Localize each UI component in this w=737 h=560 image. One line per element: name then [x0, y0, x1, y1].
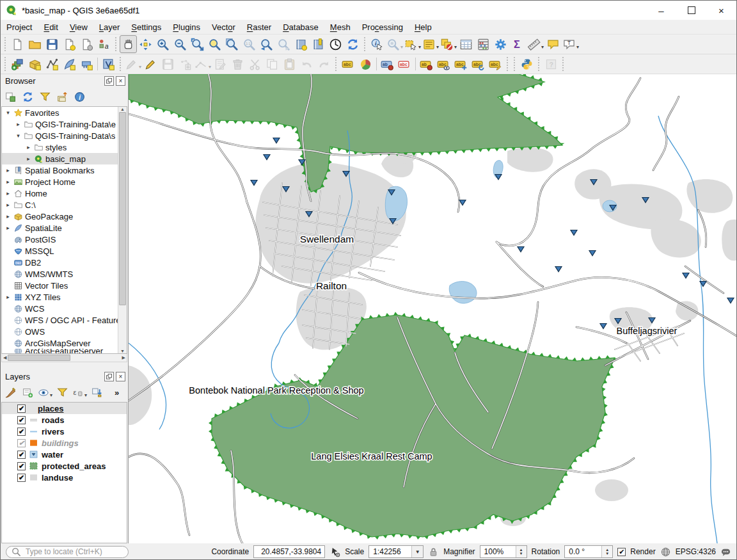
- lock-scale-icon[interactable]: [428, 547, 439, 557]
- expander-icon[interactable]: ▸: [15, 121, 22, 127]
- layer-labeling-button[interactable]: abc: [340, 55, 357, 73]
- expander-icon[interactable]: ▸: [4, 167, 12, 173]
- menu-mesh[interactable]: Mesh: [324, 21, 356, 33]
- show-hide-labels-button[interactable]: abc: [435, 55, 452, 73]
- browser-item-qgis-training-data-s[interactable]: ▾QGIS-Training-Data\s: [2, 130, 118, 141]
- menu-processing[interactable]: Processing: [356, 21, 409, 33]
- manage-map-themes-button[interactable]: ▾: [37, 384, 53, 401]
- toolbar-grip[interactable]: [118, 57, 123, 71]
- expand-collapse-all-button[interactable]: [89, 384, 105, 401]
- toolbar-grip[interactable]: [505, 57, 510, 71]
- change-label-properties-button[interactable]: abc: [487, 55, 504, 73]
- browser-item-styles[interactable]: ▸styles: [2, 141, 118, 153]
- expander-icon[interactable]: ▸: [4, 225, 12, 231]
- layer-item-landuse[interactable]: ✔landuse: [2, 472, 127, 483]
- browser-float-button[interactable]: [104, 76, 114, 86]
- layer-item-protected-areas[interactable]: ✔protected_areas: [2, 460, 127, 472]
- dropdown-caret-icon[interactable]: ▾: [209, 64, 211, 70]
- add-group-button[interactable]: [20, 384, 36, 401]
- browser-item-home[interactable]: ▸Home: [2, 188, 118, 199]
- browser-item-favorites[interactable]: ▾Favorites: [2, 107, 118, 118]
- scrollbar-thumb[interactable]: [119, 112, 126, 305]
- browser-item-wfs-ogc-api-features[interactable]: WFS / OGC API - Features: [2, 314, 118, 326]
- browser-item-wcs[interactable]: WCS: [2, 303, 118, 314]
- dropdown-caret-icon[interactable]: ▾: [50, 392, 52, 398]
- menu-raster[interactable]: Raster: [241, 21, 277, 33]
- spin-arrows-icon[interactable]: ▲▼: [516, 546, 527, 557]
- locator-input[interactable]: [24, 547, 123, 557]
- layer-diagram-button[interactable]: [357, 55, 374, 73]
- identify-features-button[interactable]: i: [368, 35, 386, 53]
- highlight-pinned-labels-button[interactable]: abc: [396, 55, 413, 73]
- expander-icon[interactable]: ▾: [4, 109, 12, 116]
- expander-icon[interactable]: ▸: [4, 190, 12, 196]
- browser-item-wms-wmts[interactable]: WMS/WMTS: [2, 268, 118, 280]
- layer-visibility-checkbox[interactable]: ✔: [17, 451, 26, 459]
- processing-toolbox-button[interactable]: [492, 35, 509, 53]
- toolbar-overflow-button[interactable]: »: [106, 384, 127, 401]
- crs-globe-icon[interactable]: [660, 547, 671, 557]
- menu-layer[interactable]: Layer: [93, 21, 126, 33]
- menu-project[interactable]: Project: [1, 21, 38, 33]
- browser-item-basic-map[interactable]: ▸basic_map: [2, 153, 118, 164]
- layers-float-button[interactable]: [104, 372, 114, 381]
- menu-edit[interactable]: Edit: [38, 21, 63, 33]
- collapse-all-button[interactable]: [54, 88, 70, 105]
- browser-item-arcgismapserver[interactable]: ArcGisMapServer: [2, 337, 118, 349]
- layer-item-places[interactable]: ✔places: [2, 403, 127, 414]
- maximize-button[interactable]: [676, 1, 706, 20]
- new-mesh-layer-button[interactable]: [78, 55, 95, 73]
- style-manager-button[interactable]: a: [95, 35, 113, 53]
- layer-item-roads[interactable]: ✔roads: [2, 414, 127, 426]
- spin-arrows-icon[interactable]: ▲▼: [601, 546, 612, 557]
- map-canvas[interactable]: Swellendam Railton Bontebok National Par…: [129, 74, 737, 543]
- toolbar-grip[interactable]: [363, 37, 367, 51]
- layer-visibility-checkbox[interactable]: ✔: [17, 404, 26, 413]
- browser-item-vector-tiles[interactable]: Vector Tiles: [2, 280, 118, 291]
- layer-item-water[interactable]: ✔water: [2, 449, 127, 460]
- new-project-button[interactable]: [9, 35, 26, 53]
- browser-item-mssql[interactable]: MSSQL: [2, 245, 118, 257]
- layer-item-buildings[interactable]: ✔buildings: [2, 437, 127, 449]
- browser-item-postgis[interactable]: PostGIS: [2, 234, 118, 245]
- new-bookmark-button[interactable]: [292, 35, 310, 53]
- browser-item-spatialite[interactable]: ▸SpatiaLite: [2, 222, 118, 234]
- expander-icon[interactable]: ▾: [15, 132, 22, 139]
- zoom-in-button[interactable]: [154, 35, 171, 53]
- deselect-features-button[interactable]: ▾: [440, 35, 457, 53]
- toolbar-grip[interactable]: [3, 37, 8, 51]
- dropdown-caret-icon[interactable]: ▾: [400, 44, 403, 50]
- browser-item-project-home[interactable]: ▸Project Home: [2, 176, 118, 188]
- menu-settings[interactable]: Settings: [125, 21, 167, 33]
- browser-item-arcgisfeatureserver[interactable]: ArcGisFeatureServer: [2, 349, 118, 353]
- filter-by-expression-button[interactable]: ε▾: [72, 384, 88, 401]
- browser-item-ows[interactable]: OWS: [2, 326, 118, 337]
- pan-to-selection-button[interactable]: [137, 35, 154, 53]
- browser-horizontal-scrollbar[interactable]: ◀▶: [1, 354, 127, 362]
- map-tips-button[interactable]: [544, 35, 562, 53]
- browser-vertical-scrollbar[interactable]: ▲▼: [118, 107, 127, 353]
- rotation-spinbox[interactable]: 0.0 °▲▼: [564, 545, 613, 558]
- enable-properties-widget-button[interactable]: i: [72, 88, 88, 105]
- toolbar-grip[interactable]: [334, 57, 338, 71]
- coordinate-box[interactable]: 20.4857,-33.9804: [253, 545, 325, 558]
- dropdown-caret-icon[interactable]: ▾: [436, 44, 439, 50]
- toolbar-grip[interactable]: [561, 57, 566, 71]
- dropdown-caret-icon[interactable]: ▾: [576, 44, 579, 50]
- text-annotation-button[interactable]: T▾: [562, 35, 580, 53]
- expander-icon[interactable]: ▸: [25, 144, 32, 150]
- layer-visibility-checkbox[interactable]: ✔: [17, 462, 26, 470]
- field-calculator-button[interactable]: [475, 35, 492, 53]
- browser-item-qgis-training-data-e[interactable]: ▸QGIS-Training-Data\e: [2, 118, 118, 130]
- layers-close-button[interactable]: ×: [116, 372, 125, 381]
- layer-item-rivers[interactable]: ✔rivers: [2, 426, 127, 437]
- filter-browser-button[interactable]: [37, 88, 53, 105]
- zoom-last-button[interactable]: [258, 35, 275, 53]
- move-label-button[interactable]: abc: [452, 55, 470, 73]
- new-print-layout-button[interactable]: [61, 35, 78, 53]
- temporal-controller-button[interactable]: [327, 35, 344, 53]
- expander-icon[interactable]: ▸: [4, 202, 12, 208]
- dropdown-caret-icon[interactable]: ▾: [418, 44, 421, 50]
- expander-icon[interactable]: ▸: [4, 294, 12, 300]
- menu-help[interactable]: Help: [409, 21, 438, 33]
